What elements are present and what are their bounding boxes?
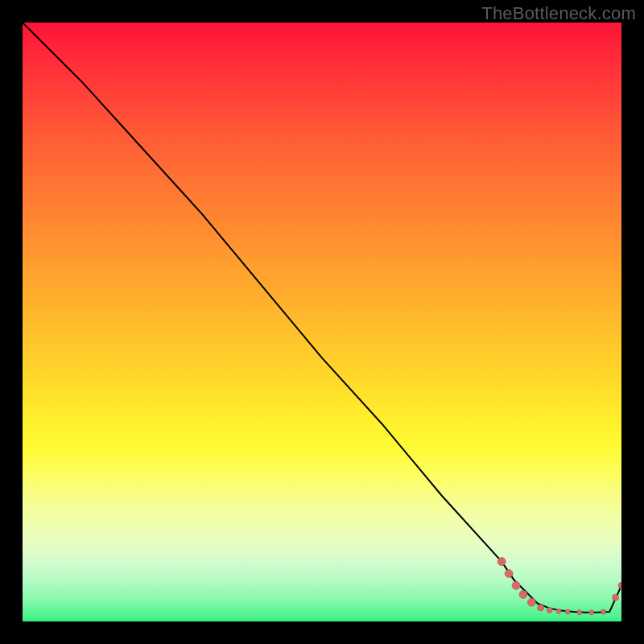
data-marker [547,607,552,613]
data-marker [589,610,594,615]
chart-svg [23,23,621,621]
data-marker [538,605,544,611]
data-marker [565,609,570,614]
data-marker [613,594,619,601]
watermark-text: TheBottleneck.com [481,3,636,24]
data-marker [527,598,535,606]
data-marker [601,609,606,614]
data-marker [519,591,527,599]
data-marker [497,558,506,566]
data-marker [505,569,513,577]
data-marker [577,610,582,615]
data-marker [556,609,561,613]
chart-frame: TheBottleneck.com [0,0,644,644]
main-curve [23,23,621,613]
plot-area [23,23,621,621]
data-marker [618,582,621,588]
data-marker [512,581,520,589]
